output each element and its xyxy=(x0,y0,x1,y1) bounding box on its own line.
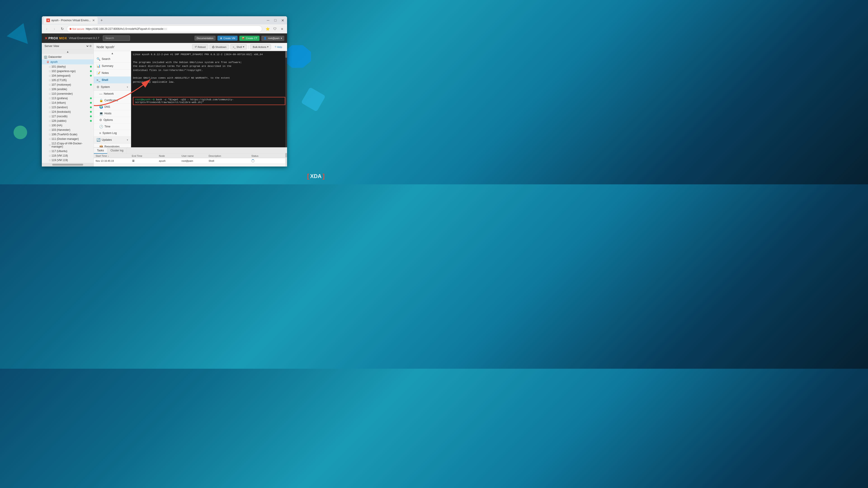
sidebar-item-104[interactable]: □ 104 (wireguard) xyxy=(42,73,94,78)
sidebar-item-107[interactable]: □ 107 (motioneye) xyxy=(42,83,94,87)
hosts-nav-icon: 💻 xyxy=(99,111,103,115)
bookmark-icon[interactable]: ⭐ xyxy=(265,26,271,32)
sidebar-item-113[interactable]: □ 113 (grafana) xyxy=(42,96,94,101)
nav-section-updates[interactable]: 🔄 Updates ▾ xyxy=(94,136,131,143)
sidebar-item-101[interactable]: □ 101 (dashy) xyxy=(42,64,94,69)
nav-item-certificates[interactable]: 🔒 Certificates xyxy=(94,97,131,104)
vm-118-label: 118 (VM 118) xyxy=(52,154,68,157)
nav-item-repositories[interactable]: 📦 Repositories xyxy=(94,143,131,147)
terminal-scrollbar[interactable] xyxy=(285,51,287,147)
sidebar-scroll-up[interactable]: ▲ xyxy=(42,50,94,54)
back-button[interactable]: ‹ xyxy=(43,26,50,32)
sidebar-item-127[interactable]: □ 127 (nocodb) xyxy=(42,114,94,119)
bulk-actions-button[interactable]: Bulk Actions ▾ xyxy=(250,44,271,50)
shield-icon[interactable]: 🛡 xyxy=(272,26,278,32)
nav-item-search[interactable]: 🔍 Search xyxy=(94,56,131,63)
updates-nav-icon: 🔄 xyxy=(96,138,100,142)
sidebar-item-112[interactable]: □ 112 (Copy-of-VM-Docker-manager) xyxy=(42,141,94,149)
vm-115-status xyxy=(90,106,92,108)
tasks-scrollbar[interactable] xyxy=(285,153,287,166)
shell-nav-icon: >_ xyxy=(96,78,100,82)
vm-112-label: 112 (Copy-of-VM-Docker-manager) xyxy=(52,142,89,148)
cell-node: ayush xyxy=(159,159,182,162)
nav-item-notes[interactable]: 📝 Notes xyxy=(94,70,131,76)
maximize-button[interactable]: □ xyxy=(273,18,278,23)
extensions-icon[interactable]: ≡ xyxy=(279,26,285,32)
minimize-button[interactable]: ─ xyxy=(266,18,271,23)
shell-button[interactable]: >_ Shell ▾ xyxy=(230,44,247,50)
nav-item-time[interactable]: 🕐 Time xyxy=(94,123,131,130)
reload-button[interactable]: ↻ xyxy=(59,26,65,32)
terminal-output: Linux ayush 6.8.12-2-pve #1 SMP PREEMPT_… xyxy=(131,51,287,96)
table-row[interactable]: Nov 13 16:45:19 🖥 ayush root@pam Shell xyxy=(94,158,287,164)
reboot-button[interactable]: ↺ Reboot xyxy=(192,44,208,50)
vm-103-icon: □ xyxy=(49,129,51,131)
browser-window: ✕ ayush - Proxmox Virtual Enviro... ✕ + … xyxy=(42,16,287,166)
nav-item-options[interactable]: ⚙ Options xyxy=(94,117,131,123)
sidebar-item-ayush[interactable]: 🖥 ayush xyxy=(42,59,94,64)
ayush-label: ayush xyxy=(51,60,58,64)
terminal-command-line[interactable]: root@ayush:~$ bash -c "$(wget -qIO - htt… xyxy=(133,97,285,105)
col-node: Node xyxy=(159,155,182,157)
nav-section-system[interactable]: ⚙ System ▾ xyxy=(94,84,131,91)
help-button[interactable]: ? Help xyxy=(272,45,284,49)
nav-item-hosts[interactable]: 💻 Hosts xyxy=(94,110,131,117)
user-dropdown-icon: ▾ xyxy=(281,37,282,40)
sidebar-item-115[interactable]: □ 115 (tandoor) xyxy=(42,105,94,109)
vm-110-status xyxy=(90,93,92,95)
vm-110-icon: □ xyxy=(49,92,51,95)
header-search-input[interactable] xyxy=(103,35,130,41)
sidebar-item-108[interactable]: □ 108 (TrueNAS-Scale) xyxy=(42,132,94,137)
documentation-button[interactable]: Documentation xyxy=(194,36,216,41)
sidebar-item-100[interactable]: □ 100 (HA) xyxy=(42,123,94,128)
logo-x: ✕ xyxy=(44,36,48,40)
nav-item-dns[interactable]: 🌍 DNS xyxy=(94,104,131,110)
sidebar-horizontal-scroll[interactable] xyxy=(42,163,94,166)
sidebar-item-102[interactable]: □ 102 (paperless-ngx) xyxy=(42,69,94,73)
nav-item-syslog[interactable]: ≡ System Log xyxy=(94,130,131,136)
user-menu-button[interactable]: 👤 root@pam ▾ xyxy=(261,36,284,41)
syslog-nav-icon: ≡ xyxy=(99,131,101,135)
vm-100-status xyxy=(90,125,92,126)
sort-icon: ↓ xyxy=(107,155,109,157)
server-view-select[interactable]: Server View xyxy=(43,44,89,48)
new-tab-button[interactable]: + xyxy=(98,17,105,24)
sidebar-item-124[interactable]: □ 124 (bookstack) xyxy=(42,109,94,114)
url-bar[interactable]: Not secure https://192.168.29.227:8006/#… xyxy=(67,26,262,32)
sidebar-item-110[interactable]: □ 110 (zoneminder) xyxy=(42,92,94,96)
create-ct-button[interactable]: 📦 Create CT xyxy=(239,36,260,41)
tab-tasks[interactable]: Tasks xyxy=(94,148,107,154)
sidebar-item-128[interactable]: □ 128 (zabbix) xyxy=(42,119,94,123)
tab-bar: ✕ ayush - Proxmox Virtual Enviro... ✕ + … xyxy=(42,16,287,24)
nav-options-label: Options xyxy=(103,119,113,122)
sidebar-item-109[interactable]: □ 109 (ansible) xyxy=(42,87,94,92)
sidebar-item-117[interactable]: □ 117 (Ubuntu) xyxy=(42,149,94,153)
nav-item-summary[interactable]: 📊 Summary xyxy=(94,63,131,70)
sidebar-item-datacenter[interactable]: 🏢 Datacenter xyxy=(42,55,94,59)
proxmox-header: ✕ PROX MOX Virtual Environment 8.2.7 Doc… xyxy=(42,33,287,43)
nav-scroll-up[interactable]: ▲ xyxy=(94,51,131,56)
forward-button[interactable]: › xyxy=(51,26,58,32)
security-dot xyxy=(70,28,71,30)
create-vm-button[interactable]: 🖥 Create VM xyxy=(217,36,238,41)
tab-cluster-log[interactable]: Cluster log xyxy=(107,148,127,154)
tab-close-button[interactable]: ✕ xyxy=(92,19,95,22)
sidebar-tree: 🏢 Datacenter 🖥 ayush □ 101 (dashy) □ xyxy=(42,54,94,163)
help-label: Help xyxy=(277,46,282,48)
sidebar-item-111[interactable]: □ 111 (Docker-manager) xyxy=(42,137,94,141)
shutdown-button[interactable]: ⏻ Shutdown xyxy=(210,44,229,50)
sidebar-settings-icon[interactable]: ⚙ xyxy=(89,44,92,48)
logo-prox: PROX xyxy=(49,36,58,40)
nav-item-network[interactable]: — Network xyxy=(94,91,131,97)
tab-favicon: ✕ xyxy=(46,19,50,22)
nav-item-shell[interactable]: >_ Shell xyxy=(94,76,131,84)
active-tab[interactable]: ✕ ayush - Proxmox Virtual Enviro... ✕ xyxy=(43,17,98,24)
sidebar-item-118[interactable]: □ 118 (VM 118) xyxy=(42,153,94,158)
sidebar-item-103[interactable]: □ 103 (Harvester) xyxy=(42,128,94,132)
sidebar-item-105[interactable]: □ 105 (CT105) xyxy=(42,78,94,83)
vm-112-status xyxy=(90,144,92,146)
sidebar-item-119[interactable]: □ 119 (VM 119) xyxy=(42,158,94,162)
close-button[interactable]: ✕ xyxy=(280,18,285,23)
sidebar-item-114[interactable]: □ 114 (trilium) xyxy=(42,101,94,105)
cell-status xyxy=(251,159,278,162)
